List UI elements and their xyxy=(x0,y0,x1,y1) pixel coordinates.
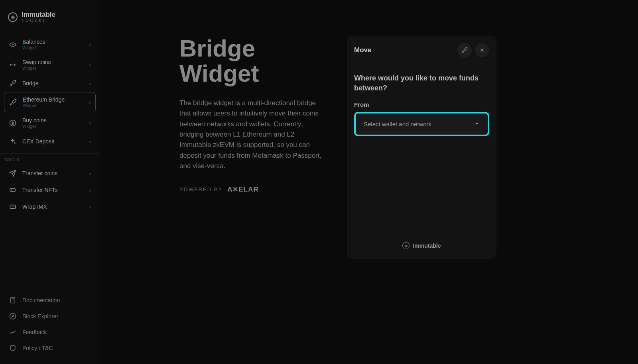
rocket-button[interactable] xyxy=(457,43,472,57)
footer-feedback[interactable]: Feedback xyxy=(4,324,96,340)
footer-label: Documentation xyxy=(22,297,60,303)
gamepad-icon xyxy=(9,186,17,194)
sidebar-item-transfer-coins[interactable]: Transfer coins › xyxy=(4,165,96,181)
widget-title: Move xyxy=(354,46,371,54)
chevron-right-icon: › xyxy=(89,62,91,68)
move-widget: Move Where would you like to move funds … xyxy=(347,36,496,259)
dollar-icon xyxy=(9,119,17,127)
close-button[interactable] xyxy=(475,43,489,57)
chevron-right-icon: › xyxy=(89,187,91,193)
select-highlight: Select wallet and network xyxy=(354,112,489,136)
svg-point-1 xyxy=(12,44,14,45)
chevron-right-icon: › xyxy=(89,170,91,176)
nav-label: Balances xyxy=(22,39,89,45)
logo-icon xyxy=(8,12,18,22)
sparkle-icon xyxy=(9,137,17,145)
nav-label: Wrap IMX xyxy=(22,204,89,210)
powered-by-label: POWERED BY xyxy=(179,186,223,192)
chevron-right-icon: › xyxy=(89,204,91,210)
sidebar-item-cex-deposit[interactable]: CEX Deposit › xyxy=(4,133,96,149)
sidebar-item-balances[interactable]: Balances Widget › xyxy=(4,35,96,54)
card-icon xyxy=(9,203,17,211)
svg-rect-4 xyxy=(10,205,16,209)
sidebar-item-buy-coins[interactable]: Buy coins Widget › xyxy=(4,113,96,133)
chevron-down-icon xyxy=(474,121,480,127)
nav-sublabel: Widget xyxy=(22,66,89,70)
send-icon xyxy=(9,169,17,177)
nav-tools: Transfer coins › Transfer NFTs › Wrap IM… xyxy=(0,165,100,215)
footer-label: Feedback xyxy=(22,329,47,335)
rocket-icon xyxy=(9,79,17,87)
chevron-right-icon: › xyxy=(89,41,91,47)
page-title: Bridge Widget xyxy=(179,36,327,86)
compass-icon xyxy=(9,312,17,320)
brand-subtitle: TOOLKIT xyxy=(22,19,55,23)
widget-footer-brand: Immutable xyxy=(413,243,441,249)
nav-label: Ethereum Bridge xyxy=(23,96,89,103)
svg-point-0 xyxy=(10,43,16,46)
sidebar-item-transfer-nfts[interactable]: Transfer NFTs › xyxy=(4,182,96,198)
nav-main: Balances Widget › Swap coins Widget › Br… xyxy=(0,35,100,150)
footer-documentation[interactable]: Documentation xyxy=(4,292,96,308)
footer-policy[interactable]: Policy / T&C xyxy=(4,340,96,356)
content-description: Bridge Widget The bridge widget is a mul… xyxy=(179,36,327,348)
nav-label: Transfer coins xyxy=(22,170,89,176)
wallet-network-select[interactable]: Select wallet and network xyxy=(356,114,487,134)
svg-point-6 xyxy=(10,313,16,319)
chevron-right-icon: › xyxy=(89,99,91,105)
widget-footer: ◉ Immutable xyxy=(354,242,489,252)
nav-sublabel: Widget xyxy=(22,124,89,129)
doc-icon xyxy=(9,296,17,304)
powered-by: POWERED BY A✕ELAR xyxy=(179,185,327,194)
rocket-icon xyxy=(9,98,17,106)
svg-marker-7 xyxy=(12,315,14,317)
nav-label: CEX Deposit xyxy=(22,138,89,145)
chevron-right-icon: › xyxy=(89,139,91,145)
eye-icon xyxy=(9,41,17,49)
swap-icon xyxy=(9,61,17,69)
chart-icon xyxy=(9,328,17,336)
nav-label: Buy coins xyxy=(22,117,89,123)
footer-label: Policy / T&C xyxy=(22,345,53,351)
sidebar-item-bridge[interactable]: Bridge › xyxy=(4,75,96,91)
immutable-logo-icon: ◉ xyxy=(402,242,410,249)
brand-name: Immutable xyxy=(22,11,55,18)
nav-sublabel: Widget xyxy=(23,103,89,108)
select-placeholder: Select wallet and network xyxy=(364,121,431,127)
axelar-logo: A✕ELAR xyxy=(227,185,259,194)
main-content: Bridge Widget The bridge widget is a mul… xyxy=(100,0,638,364)
sidebar-item-swap[interactable]: Swap coins Widget › xyxy=(4,55,96,74)
page-description: The bridge widget is a multi-directional… xyxy=(179,98,327,171)
footer-label: Block Explorer xyxy=(22,313,58,319)
sidebar-item-ethereum-bridge[interactable]: Ethereum Bridge Widget › xyxy=(4,92,96,112)
nav-label: Bridge xyxy=(22,80,89,86)
sidebar: Immutable TOOLKIT Balances Widget › Swap… xyxy=(0,0,100,364)
nav-label: Transfer NFTs xyxy=(22,187,89,193)
tools-section-header: TOOLS xyxy=(0,153,100,165)
sidebar-item-wrap-imx[interactable]: Wrap IMX › xyxy=(4,199,96,215)
nav-sublabel: Widget xyxy=(22,45,89,50)
widget-header: Move xyxy=(354,43,489,57)
widget-question: Where would you like to move funds betwe… xyxy=(354,73,489,93)
nav-label: Swap coins xyxy=(22,59,89,65)
from-label: From xyxy=(354,101,489,108)
chevron-right-icon: › xyxy=(89,80,91,86)
shield-icon xyxy=(9,344,17,352)
footer-block-explorer[interactable]: Block Explorer xyxy=(4,308,96,324)
brand-logo[interactable]: Immutable TOOLKIT xyxy=(0,8,100,35)
sidebar-footer: Documentation Block Explorer Feedback Po… xyxy=(0,292,100,364)
chevron-right-icon: › xyxy=(89,120,91,126)
